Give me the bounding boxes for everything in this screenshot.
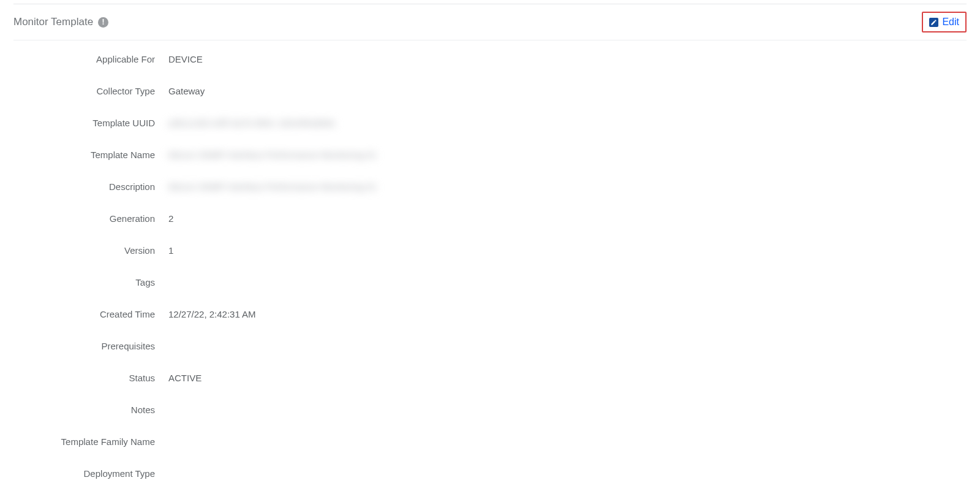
field-label: Template UUID [13,118,157,128]
detail-row: Generation2 [13,202,967,234]
field-label: Template Name [13,150,157,160]
field-label: Applicable For [13,54,157,64]
field-label: Collector Type [13,86,157,96]
detail-row: Prerequisites [13,330,967,362]
detail-row: Applicable ForDEVICE [13,43,967,75]
field-value: Micron SNMP Interface Performance Monito… [157,150,377,160]
field-label: Created Time [13,309,157,319]
detail-row: Tags [13,266,967,298]
detail-row: Created Time12/27/22, 2:42:31 AM [13,298,967,330]
detail-row: Template Family Name [13,425,967,457]
field-label: Template Family Name [13,436,157,447]
pencil-icon [929,18,938,27]
detail-list: Applicable ForDEVICECollector TypeGatewa… [13,40,967,489]
field-value: Micron SNMP Interface Performance Monito… [157,181,377,192]
field-label: Generation [13,213,157,224]
detail-row: Version1 [13,234,967,266]
edit-label: Edit [942,17,959,28]
field-label: Prerequisites [13,341,157,351]
panel-title-wrap: Monitor Template ! [13,16,108,28]
field-label: Description [13,181,157,192]
panel-title: Monitor Template [13,16,93,28]
field-value: 2 [157,213,173,224]
detail-row: StatusACTIVE [13,362,967,394]
detail-row: Notes [13,394,967,425]
edit-button[interactable]: Edit [922,12,967,32]
field-value: 1 [157,245,173,256]
field-value: 12/27/22, 2:42:31 AM [157,309,256,319]
field-value: Gateway [157,86,205,96]
field-label: Version [13,245,157,256]
field-value: ACTIVE [157,373,202,383]
field-value: DEVICE [157,54,203,64]
detail-row: Collector TypeGateway [13,75,967,107]
detail-row: Template NameMicron SNMP Interface Perfo… [13,139,967,170]
field-label: Notes [13,405,157,415]
field-label: Status [13,373,157,383]
detail-row: Deployment Type [13,457,967,489]
panel-header: Monitor Template ! Edit [13,4,967,40]
field-value: a0b1c2d3 e4f5 6a7b 890c 1d2e3f4a5b6c [157,118,336,128]
monitor-template-panel: Monitor Template ! Edit Applicable ForDE… [13,4,967,489]
info-icon[interactable]: ! [98,17,108,28]
detail-row: Template UUIDa0b1c2d3 e4f5 6a7b 890c 1d2… [13,107,967,139]
detail-row: DescriptionMicron SNMP Interface Perform… [13,170,967,202]
field-label: Deployment Type [13,468,157,479]
field-label: Tags [13,277,157,287]
